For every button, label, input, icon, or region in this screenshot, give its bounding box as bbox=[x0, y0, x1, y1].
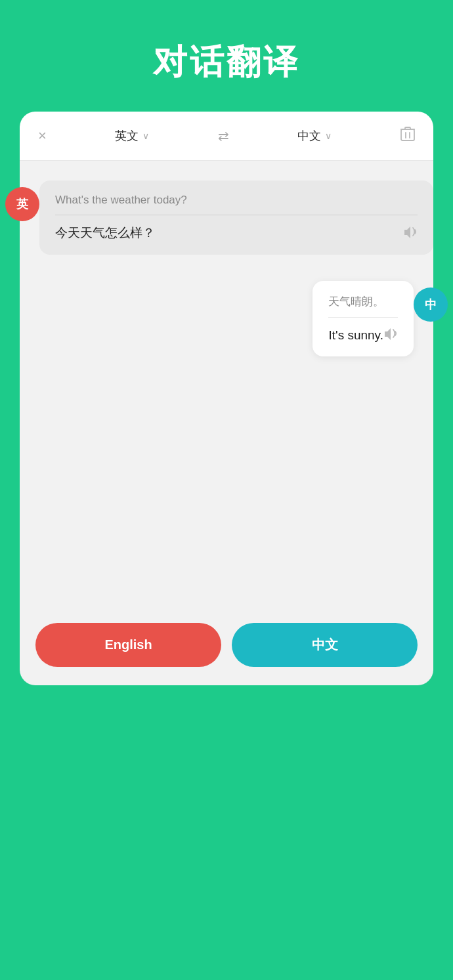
message-2: 中 天气晴朗。 It's sunny. bbox=[20, 281, 433, 356]
lang-right-selector[interactable]: 中文 ∨ bbox=[297, 128, 332, 144]
lang-left-selector[interactable]: 英文 ∨ bbox=[115, 128, 149, 144]
page-background: 对话翻译 × 英文 ∨ ⇄ 中文 ∨ bbox=[0, 0, 453, 685]
bottom-buttons: English 中文 bbox=[20, 607, 433, 685]
svg-rect-0 bbox=[401, 129, 414, 140]
msg1-original: What's the weather today? bbox=[55, 194, 418, 215]
bubble-left: What's the weather today? 今天天气怎么样？ bbox=[39, 181, 433, 255]
msg2-translated: It's sunny. bbox=[328, 327, 398, 343]
lang-right-label: 中文 bbox=[297, 128, 321, 144]
sound-icon-2[interactable] bbox=[383, 327, 398, 343]
delete-button[interactable] bbox=[400, 126, 415, 146]
english-button[interactable]: English bbox=[35, 623, 221, 667]
msg2-original: 天气晴朗。 bbox=[328, 294, 398, 318]
lang-left-label: 英文 bbox=[115, 128, 139, 144]
page-title: 对话翻译 bbox=[0, 0, 453, 112]
message-1: 英 What's the weather today? 今天天气怎么样？ bbox=[20, 181, 433, 255]
avatar-left: 英 bbox=[5, 187, 39, 221]
chat-area: 英 What's the weather today? 今天天气怎么样？ bbox=[20, 161, 433, 607]
card-header: × 英文 ∨ ⇄ 中文 ∨ bbox=[20, 112, 433, 161]
sound-icon-1[interactable] bbox=[403, 225, 418, 242]
lang-left-arrow: ∨ bbox=[142, 131, 149, 141]
chinese-button[interactable]: 中文 bbox=[232, 623, 418, 667]
bubble-right: 天气晴朗。 It's sunny. bbox=[313, 281, 414, 356]
avatar-right: 中 bbox=[414, 288, 448, 322]
msg1-translated: 今天天气怎么样？ bbox=[55, 224, 418, 242]
swap-icon[interactable]: ⇄ bbox=[218, 128, 229, 144]
lang-right-arrow: ∨ bbox=[325, 131, 332, 141]
main-card: × 英文 ∨ ⇄ 中文 ∨ bbox=[20, 112, 433, 685]
close-button[interactable]: × bbox=[38, 127, 47, 144]
